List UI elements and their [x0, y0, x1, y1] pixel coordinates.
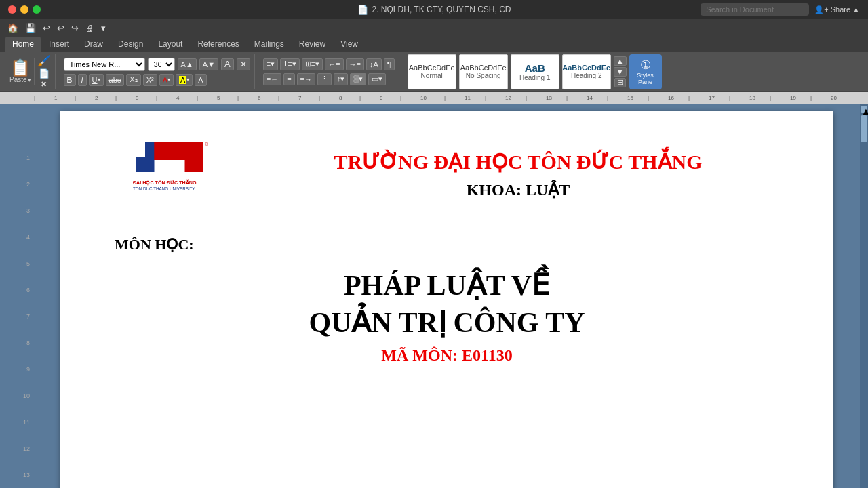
maximize-button[interactable]	[33, 5, 41, 14]
undo-arrow-icon[interactable]: ↩	[55, 22, 66, 35]
font-size-decrease-button[interactable]: A▼	[199, 58, 218, 70]
styles-pane-button[interactable]: ① Styles Pane	[629, 54, 662, 89]
font-color-button[interactable]: A ▾	[159, 74, 174, 86]
font-size-increase-button[interactable]: A▲	[178, 58, 197, 70]
subscript-button[interactable]: X₂	[126, 74, 140, 86]
save-icon[interactable]: 💾	[23, 22, 38, 35]
italic-button[interactable]: I	[78, 74, 87, 86]
undo-icon[interactable]: ↩	[41, 22, 52, 35]
align-left-button[interactable]: ≡←	[263, 73, 281, 85]
clipboard-x-icon[interactable]: ✖	[41, 80, 47, 89]
underline-dropdown-icon[interactable]: ▾	[98, 77, 100, 83]
strikethrough-button[interactable]: abc	[106, 74, 125, 86]
line-num-11: 11	[23, 409, 34, 435]
format-paintbrush-icon[interactable]: 🖌️	[37, 54, 51, 67]
sort-button[interactable]: ↕A	[366, 58, 382, 70]
highlight-dropdown-icon[interactable]: ▾	[186, 77, 189, 83]
outline-list-button[interactable]: ⊞≡▾	[302, 58, 323, 70]
align-right-button[interactable]: ≡→	[297, 73, 315, 85]
numbered-list-button[interactable]: 1≡▾	[280, 58, 300, 70]
font-family-select[interactable]: Times New R...	[64, 58, 145, 71]
line-numbers: 1 2 3 4 5 6 7 8 9 10 11 12 13	[0, 104, 34, 488]
shading-button[interactable]: ▒▾	[350, 73, 366, 85]
copy-icon[interactable]: 📄	[39, 68, 50, 79]
page-container: ĐẠI HỌC TÔN ĐỨC THẮNG TON DUC THANG UNIV…	[34, 104, 860, 488]
decrease-indent-button[interactable]: ←≡	[325, 58, 343, 70]
tdt-logo-svg: ĐẠI HỌC TÔN ĐỨC THẮNG TON DUC THANG UNIV…	[115, 138, 237, 206]
line-num-6: 6	[26, 277, 34, 304]
tab-view[interactable]: View	[334, 37, 365, 52]
svg-rect-3	[155, 142, 170, 160]
tab-layout[interactable]: Layout	[151, 37, 189, 52]
tab-review[interactable]: Review	[292, 37, 332, 52]
title-bar: 📄 2. NQLDH, TK CTY, QUYEN CSH, CD 👤+ Sha…	[0, 0, 868, 19]
tab-references[interactable]: References	[191, 37, 245, 52]
line-num-13: 13	[23, 462, 34, 488]
line-spacing-button[interactable]: ↕▾	[334, 73, 349, 85]
increase-indent-button[interactable]: →≡	[346, 58, 364, 70]
scrollbar-thumb[interactable]	[861, 115, 867, 142]
window-title: 📄 2. NQLDH, TK CTY, QUYEN CSH, CD	[357, 5, 511, 15]
print-icon[interactable]: 🖨	[83, 22, 96, 35]
university-name: TRƯỜNG ĐẠI HỌC TÔN ĐỨC THẮNG	[257, 148, 779, 175]
highlight-button[interactable]: A ▾	[176, 74, 193, 86]
show-formatting-button[interactable]: ¶	[384, 58, 395, 70]
ribbon-tabs: Home Insert Draw Design Layout Reference…	[0, 37, 868, 52]
styles-expand-button[interactable]: ⊞	[614, 78, 626, 87]
font-size-reset-button[interactable]: A	[221, 58, 234, 70]
clear-format-button[interactable]: ✕	[237, 58, 250, 70]
svg-text:®: ®	[205, 142, 208, 146]
font-size-select[interactable]: 30	[148, 58, 175, 71]
bold-button[interactable]: B	[64, 74, 76, 86]
close-button[interactable]	[8, 5, 16, 14]
home-icon[interactable]: 🏠	[5, 22, 20, 35]
chevron-up-icon: ▲	[852, 5, 860, 14]
tab-home[interactable]: Home	[5, 37, 41, 52]
minimize-button[interactable]	[20, 5, 28, 14]
paste-icon[interactable]: 📋	[10, 60, 31, 76]
font-group: Times New R... 30 A▲ A▼ A ✕ B I U ▾ abc …	[60, 54, 255, 89]
subject-code: MÃ MÔN: E01130	[115, 346, 779, 365]
bullet-list-button[interactable]: ≡▾	[263, 58, 278, 70]
redo-icon[interactable]: ↪	[69, 22, 81, 35]
line-num-3: 3	[26, 198, 34, 224]
mon-hoc-label: MÔN HỌC:	[115, 236, 779, 253]
document-page[interactable]: ĐẠI HỌC TÔN ĐỨC THẮNG TON DUC THANG UNIV…	[60, 111, 833, 488]
tab-design[interactable]: Design	[111, 37, 150, 52]
tab-draw[interactable]: Draw	[77, 37, 110, 52]
ribbon-content: 📋 Paste ▾ 🖌️ 📄 ✖ Times New R... 30	[0, 52, 868, 92]
style-normal[interactable]: AaBbCcDdEe Normal	[408, 54, 456, 89]
tab-mailings[interactable]: Mailings	[248, 37, 291, 52]
subject-section: MÔN HỌC: PHÁP LUẬT VỀ QUẢN TRỊ CÔNG TY M…	[115, 236, 779, 365]
styles-scroll-down-button[interactable]: ▼	[614, 67, 627, 77]
line-num-10: 10	[23, 382, 34, 409]
tab-insert[interactable]: Insert	[42, 37, 76, 52]
line-num-7: 7	[26, 304, 34, 330]
customize-icon[interactable]: ▾	[99, 22, 108, 35]
justify-button[interactable]: ⋮	[317, 73, 332, 85]
ruler: | 1 | 2 | 3 | 4 | 5 | 6 | 7 | 8 | 9 | 10…	[0, 92, 868, 104]
borders-button[interactable]: ▭▾	[368, 73, 386, 85]
font-color-dropdown-icon[interactable]: ▾	[167, 77, 170, 83]
scrollbar[interactable]: ▲	[860, 104, 868, 488]
styles-pane-icon: ①	[640, 58, 651, 73]
document-icon: 📄	[357, 5, 368, 15]
style-no-spacing[interactable]: AaBbCcDdEe No Spacing	[459, 54, 508, 89]
superscript-button[interactable]: X²	[143, 74, 157, 86]
style-heading2[interactable]: AaBbCcDdEe Heading 2	[562, 54, 611, 89]
paste-dropdown-icon[interactable]: ▾	[28, 77, 31, 83]
scrollbar-up-arrow[interactable]: ▲	[861, 106, 867, 113]
university-logo: ĐẠI HỌC TÔN ĐỨC THẮNG TON DUC THANG UNIV…	[115, 138, 237, 209]
underline-button[interactable]: U ▾	[89, 74, 104, 86]
search-input[interactable]	[701, 3, 809, 16]
header-text: TRƯỜNG ĐẠI HỌC TÔN ĐỨC THẮNG KHOA: LUẬT	[257, 148, 779, 199]
styles-scroll-up-button[interactable]: ▲	[614, 56, 627, 66]
align-center-button[interactable]: ≡	[283, 73, 294, 85]
share-button[interactable]: 👤+ Share ▲	[814, 5, 860, 14]
paste-group: 📋 Paste ▾ 🖌️ 📄 ✖	[5, 54, 56, 89]
paste-label: Paste	[9, 76, 27, 83]
text-effect-button[interactable]: A	[195, 74, 206, 86]
page-header: ĐẠI HỌC TÔN ĐỨC THẮNG TON DUC THANG UNIV…	[115, 138, 779, 209]
subject-title: PHÁP LUẬT VỀ QUẢN TRỊ CÔNG TY MÃ MÔN: E0…	[115, 267, 779, 365]
style-heading1[interactable]: AaB Heading 1	[511, 54, 559, 89]
